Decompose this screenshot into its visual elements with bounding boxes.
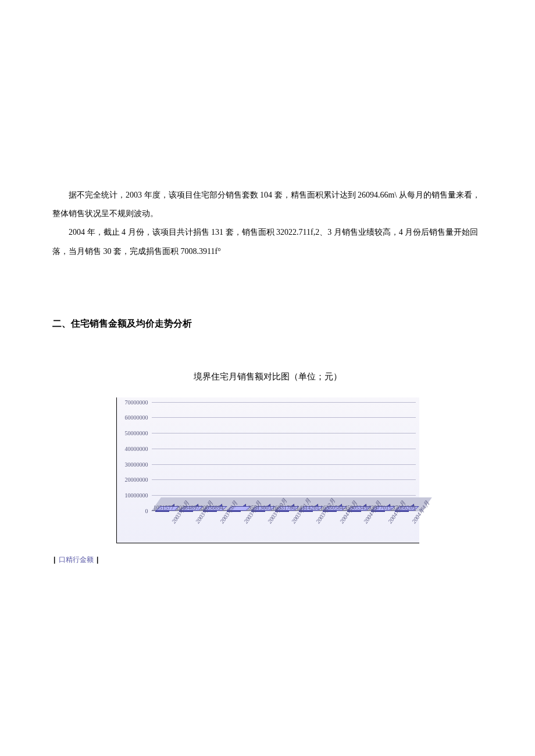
- y-tick-label: 60000000: [119, 411, 148, 424]
- y-tick-label: 0: [119, 504, 148, 517]
- legend: | 口精行金额 |: [52, 555, 99, 565]
- y-tick-label: 30000000: [119, 457, 148, 471]
- document-content: 据不完全统计，2003 年度，该项目住宅部分销售套数 104 套，精售面积累计达…: [0, 0, 535, 543]
- section-heading: 二、住宅销售金额及均价走势分析: [52, 313, 483, 334]
- paragraph-1: 据不完全统计，2003 年度，该项目住宅部分销售套数 104 套，精售面积累计达…: [52, 186, 483, 223]
- y-tick-label: 40000000: [119, 442, 148, 455]
- legend-border-right: |: [95, 556, 99, 564]
- bar-chart: 0100000002000000030000000400000005000000…: [116, 397, 419, 543]
- plot-area: 0100000002000000030000000400000005000000…: [152, 402, 416, 511]
- chart-title: 境界住宅月销售额对比图（单位；元）: [52, 367, 483, 386]
- y-tick-label: 20000000: [119, 473, 148, 486]
- bar-value-label: 1051577: [154, 501, 174, 514]
- y-tick-label: 70000000: [119, 395, 148, 409]
- y-tick-label: 10000000: [119, 489, 148, 502]
- paragraph-2: 2004 年，截止 4 月份，该项目共计捐售 131 套，销售面积 32022.…: [52, 223, 483, 260]
- y-tick-label: 50000000: [119, 427, 148, 440]
- bars-group: 1051577204848972005689435513603168317801…: [152, 402, 416, 511]
- legend-border-left: |: [52, 556, 56, 564]
- legend-label: 口精行金额: [59, 556, 94, 564]
